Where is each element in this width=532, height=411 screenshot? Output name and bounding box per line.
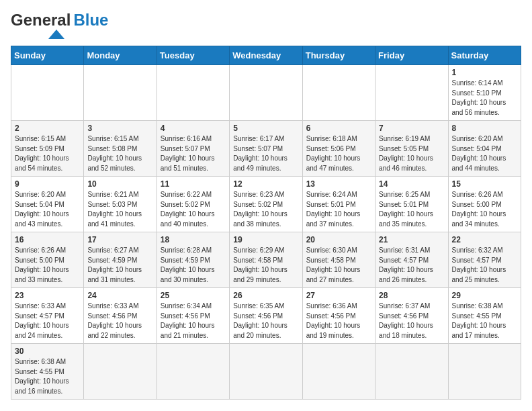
cell-info: Sunrise: 6:33 AM Sunset: 4:57 PM Dayligh…	[15, 302, 80, 340]
calendar-cell: 5Sunrise: 6:17 AM Sunset: 5:07 PM Daylig…	[230, 121, 302, 177]
calendar-week-row: 23Sunrise: 6:33 AM Sunset: 4:57 PM Dayli…	[11, 288, 521, 344]
calendar-cell: 16Sunrise: 6:26 AM Sunset: 5:00 PM Dayli…	[11, 232, 84, 288]
day-number: 15	[452, 179, 517, 189]
cell-info: Sunrise: 6:23 AM Sunset: 5:02 PM Dayligh…	[233, 190, 298, 229]
day-number: 9	[15, 179, 80, 189]
day-number: 8	[452, 124, 517, 133]
day-number: 17	[87, 235, 152, 244]
calendar-cell: 3Sunrise: 6:15 AM Sunset: 5:08 PM Daylig…	[84, 121, 157, 177]
calendar-cell: 17Sunrise: 6:27 AM Sunset: 4:59 PM Dayli…	[84, 232, 157, 288]
day-number: 25	[161, 291, 226, 300]
calendar-cell	[157, 344, 229, 400]
calendar-cell	[84, 344, 157, 400]
cell-info: Sunrise: 6:17 AM Sunset: 5:07 PM Dayligh…	[233, 134, 298, 173]
day-number: 26	[233, 291, 298, 300]
calendar-cell: 10Sunrise: 6:21 AM Sunset: 5:03 PM Dayli…	[84, 177, 157, 232]
day-number: 29	[452, 291, 517, 300]
day-number: 1	[452, 68, 517, 77]
day-number: 30	[15, 347, 80, 356]
day-number: 20	[306, 235, 371, 244]
cell-info: Sunrise: 6:33 AM Sunset: 4:56 PM Dayligh…	[87, 302, 152, 340]
calendar-cell: 20Sunrise: 6:30 AM Sunset: 4:58 PM Dayli…	[302, 232, 375, 288]
calendar-cell: 26Sunrise: 6:35 AM Sunset: 4:56 PM Dayli…	[230, 288, 302, 344]
cell-info: Sunrise: 6:14 AM Sunset: 5:10 PM Dayligh…	[452, 79, 517, 118]
day-number: 2	[15, 124, 80, 133]
calendar-cell	[157, 65, 229, 121]
cell-info: Sunrise: 6:36 AM Sunset: 4:56 PM Dayligh…	[306, 302, 371, 340]
cell-info: Sunrise: 6:16 AM Sunset: 5:07 PM Dayligh…	[161, 134, 226, 173]
calendar-cell: 13Sunrise: 6:24 AM Sunset: 5:01 PM Dayli…	[302, 177, 375, 232]
calendar-cell: 7Sunrise: 6:19 AM Sunset: 5:05 PM Daylig…	[375, 121, 448, 177]
day-number: 3	[87, 124, 152, 133]
calendar-week-row: 30Sunrise: 6:38 AM Sunset: 4:55 PM Dayli…	[11, 344, 521, 400]
calendar-table: SundayMondayTuesdayWednesdayThursdayFrid…	[11, 46, 521, 400]
day-number: 16	[15, 235, 80, 244]
day-number: 13	[306, 179, 371, 189]
calendar-cell: 21Sunrise: 6:31 AM Sunset: 4:57 PM Dayli…	[375, 232, 448, 288]
calendar-cell: 2Sunrise: 6:15 AM Sunset: 5:09 PM Daylig…	[11, 121, 84, 177]
cell-info: Sunrise: 6:31 AM Sunset: 4:57 PM Dayligh…	[379, 246, 444, 285]
day-number: 14	[379, 179, 444, 189]
calendar-cell: 23Sunrise: 6:33 AM Sunset: 4:57 PM Dayli…	[11, 288, 84, 344]
cell-info: Sunrise: 6:22 AM Sunset: 5:02 PM Dayligh…	[161, 190, 226, 229]
day-number: 6	[306, 124, 371, 133]
cell-info: Sunrise: 6:38 AM Sunset: 4:55 PM Dayligh…	[452, 302, 517, 340]
calendar-cell: 24Sunrise: 6:33 AM Sunset: 4:56 PM Dayli…	[84, 288, 157, 344]
cell-info: Sunrise: 6:28 AM Sunset: 4:59 PM Dayligh…	[161, 246, 226, 285]
logo: General Blue	[11, 11, 108, 39]
cell-info: Sunrise: 6:32 AM Sunset: 4:57 PM Dayligh…	[452, 246, 517, 285]
logo-triangle	[48, 30, 64, 39]
cell-info: Sunrise: 6:25 AM Sunset: 5:01 PM Dayligh…	[379, 190, 444, 229]
calendar-cell	[375, 344, 448, 400]
calendar-cell	[448, 344, 521, 400]
weekday-header: Thursday	[302, 46, 375, 65]
page-header: General Blue	[11, 11, 521, 39]
day-number: 22	[452, 235, 517, 244]
cell-info: Sunrise: 6:15 AM Sunset: 5:09 PM Dayligh…	[15, 134, 80, 173]
weekday-header: Monday	[84, 46, 157, 65]
calendar-cell: 9Sunrise: 6:20 AM Sunset: 5:04 PM Daylig…	[11, 177, 84, 232]
calendar-week-row: 9Sunrise: 6:20 AM Sunset: 5:04 PM Daylig…	[11, 177, 521, 232]
day-number: 10	[87, 179, 152, 189]
weekday-header: Sunday	[11, 46, 84, 65]
calendar-cell: 1Sunrise: 6:14 AM Sunset: 5:10 PM Daylig…	[448, 65, 521, 121]
calendar-cell	[302, 344, 375, 400]
calendar-cell	[230, 344, 302, 400]
day-number: 5	[233, 124, 298, 133]
cell-info: Sunrise: 6:27 AM Sunset: 4:59 PM Dayligh…	[87, 246, 152, 285]
cell-info: Sunrise: 6:24 AM Sunset: 5:01 PM Dayligh…	[306, 190, 371, 229]
calendar-cell	[375, 65, 448, 121]
cell-info: Sunrise: 6:38 AM Sunset: 4:55 PM Dayligh…	[15, 357, 80, 396]
day-number: 11	[161, 179, 226, 189]
calendar-cell	[230, 65, 302, 121]
day-number: 21	[379, 235, 444, 244]
cell-info: Sunrise: 6:26 AM Sunset: 5:00 PM Dayligh…	[452, 190, 517, 229]
cell-info: Sunrise: 6:20 AM Sunset: 5:04 PM Dayligh…	[452, 134, 517, 173]
calendar-cell: 11Sunrise: 6:22 AM Sunset: 5:02 PM Dayli…	[157, 177, 229, 232]
calendar-cell: 6Sunrise: 6:18 AM Sunset: 5:06 PM Daylig…	[302, 121, 375, 177]
calendar-cell: 18Sunrise: 6:28 AM Sunset: 4:59 PM Dayli…	[157, 232, 229, 288]
day-number: 27	[306, 291, 371, 300]
calendar-cell: 15Sunrise: 6:26 AM Sunset: 5:00 PM Dayli…	[448, 177, 521, 232]
calendar-cell: 8Sunrise: 6:20 AM Sunset: 5:04 PM Daylig…	[448, 121, 521, 177]
calendar-cell: 22Sunrise: 6:32 AM Sunset: 4:57 PM Dayli…	[448, 232, 521, 288]
calendar-week-row: 1Sunrise: 6:14 AM Sunset: 5:10 PM Daylig…	[11, 65, 521, 121]
weekday-header: Wednesday	[230, 46, 302, 65]
cell-info: Sunrise: 6:35 AM Sunset: 4:56 PM Dayligh…	[233, 302, 298, 340]
calendar-cell	[84, 65, 157, 121]
cell-info: Sunrise: 6:18 AM Sunset: 5:06 PM Dayligh…	[306, 134, 371, 173]
cell-info: Sunrise: 6:29 AM Sunset: 4:58 PM Dayligh…	[233, 246, 298, 285]
cell-info: Sunrise: 6:15 AM Sunset: 5:08 PM Dayligh…	[87, 134, 152, 173]
calendar-week-row: 2Sunrise: 6:15 AM Sunset: 5:09 PM Daylig…	[11, 121, 521, 177]
cell-info: Sunrise: 6:21 AM Sunset: 5:03 PM Dayligh…	[87, 190, 152, 229]
logo-blue: Blue	[73, 11, 108, 30]
logo-general: General	[11, 11, 71, 30]
calendar-header-row: SundayMondayTuesdayWednesdayThursdayFrid…	[11, 46, 521, 65]
day-number: 18	[161, 235, 226, 244]
calendar-cell: 19Sunrise: 6:29 AM Sunset: 4:58 PM Dayli…	[230, 232, 302, 288]
calendar-cell: 12Sunrise: 6:23 AM Sunset: 5:02 PM Dayli…	[230, 177, 302, 232]
day-number: 7	[379, 124, 444, 133]
calendar-week-row: 16Sunrise: 6:26 AM Sunset: 5:00 PM Dayli…	[11, 232, 521, 288]
day-number: 19	[233, 235, 298, 244]
weekday-header: Tuesday	[157, 46, 229, 65]
